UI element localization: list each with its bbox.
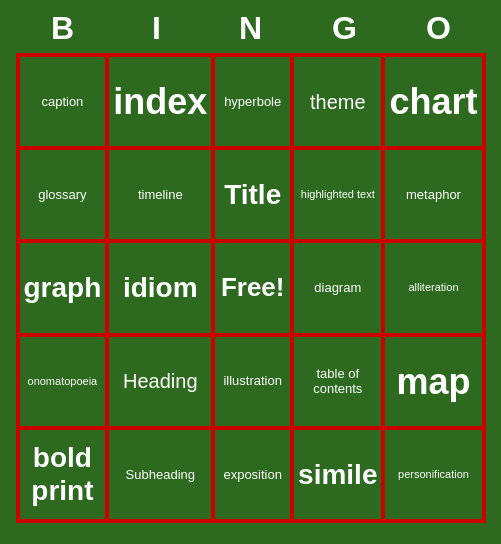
bingo-grid: captionindexhyperbolethemechartglossaryt…	[16, 53, 486, 523]
cell-20: bold print	[18, 428, 108, 521]
cell-1: index	[107, 55, 213, 148]
cell-0: caption	[18, 55, 108, 148]
letter-n: N	[211, 10, 291, 47]
cell-21: Subheading	[107, 428, 213, 521]
cell-10: graph	[18, 241, 108, 334]
cell-24: personification	[383, 428, 483, 521]
cell-3: theme	[292, 55, 383, 148]
cell-12: Free!	[213, 241, 292, 334]
cell-9: metaphor	[383, 148, 483, 241]
cell-5: glossary	[18, 148, 108, 241]
cell-23: simile	[292, 428, 383, 521]
cell-13: diagram	[292, 241, 383, 334]
letter-i: I	[117, 10, 197, 47]
cell-6: timeline	[107, 148, 213, 241]
cell-17: illustration	[213, 335, 292, 428]
cell-22: exposition	[213, 428, 292, 521]
letter-o: O	[399, 10, 479, 47]
cell-11: idiom	[107, 241, 213, 334]
cell-18: table of contents	[292, 335, 383, 428]
cell-8: highlighted text	[292, 148, 383, 241]
cell-14: alliteration	[383, 241, 483, 334]
cell-15: onomatopoeia	[18, 335, 108, 428]
letter-g: G	[305, 10, 385, 47]
letter-b: B	[23, 10, 103, 47]
cell-19: map	[383, 335, 483, 428]
cell-7: Title	[213, 148, 292, 241]
cell-16: Heading	[107, 335, 213, 428]
cell-4: chart	[383, 55, 483, 148]
cell-2: hyperbole	[213, 55, 292, 148]
bingo-header: B I N G O	[16, 0, 486, 53]
